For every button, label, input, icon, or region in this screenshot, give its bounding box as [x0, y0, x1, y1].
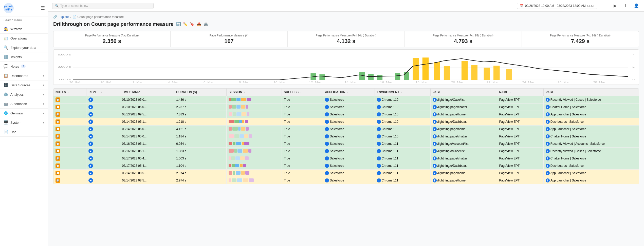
replay-icon[interactable]: ▶ — [88, 127, 93, 131]
replay-icon[interactable]: ▶ — [88, 163, 93, 168]
col-success[interactable]: SUCCESS ↕ — [282, 89, 323, 96]
replay-icon[interactable]: ▶ — [88, 134, 93, 139]
cell-notes[interactable]: 💬 — [53, 140, 86, 148]
fullscreen-button[interactable]: ⛶ — [601, 2, 608, 9]
sidebar-item-wizards[interactable]: 🧙 Wizards — [0, 24, 48, 34]
cell-session[interactable] — [227, 155, 282, 162]
sidebar-item-system[interactable]: 🖥️ System ▾ — [0, 118, 48, 127]
note-icon[interactable]: 💬 — [56, 97, 60, 102]
sidebar-item-doc[interactable]: 📄 Doc — [0, 127, 48, 137]
cell-notes[interactable]: 💬 — [53, 155, 86, 162]
col-duration[interactable]: DURATION (S) ↕ — [174, 89, 227, 96]
note-icon[interactable]: 💬 — [56, 134, 60, 139]
cell-notes[interactable]: 💬 — [53, 111, 86, 118]
refresh-icon[interactable]: 🔄 — [176, 22, 181, 27]
bookmark-icon[interactable]: 🔖 — [190, 22, 195, 27]
col-repl[interactable]: REPL... ↕ — [86, 89, 120, 96]
note-icon[interactable]: 💬 — [56, 105, 60, 109]
replay-icon[interactable]: ▶ — [88, 119, 93, 124]
breadcrumb-explore-link[interactable]: Explore — [59, 15, 69, 19]
user-button[interactable]: 👤 — [633, 2, 640, 9]
cell-notes[interactable]: 💬 — [53, 118, 86, 126]
col-timestamp[interactable]: TIMESTAMP ↕ — [120, 89, 174, 96]
cell-notes[interactable]: 💬 — [53, 177, 86, 184]
edit-icon[interactable]: ✏️ — [183, 22, 188, 27]
cell-replay[interactable]: ▶ — [86, 140, 120, 148]
cell-notes[interactable]: 💬 — [53, 104, 86, 111]
cell-session[interactable] — [227, 170, 282, 177]
cell-notes[interactable]: 💬 — [53, 162, 86, 170]
cell-notes[interactable]: 💬 — [53, 96, 86, 104]
cell-replay[interactable]: ▶ — [86, 118, 120, 126]
cell-session[interactable] — [227, 140, 282, 148]
info-button[interactable]: ℹ — [622, 2, 629, 9]
cell-replay[interactable]: ▶ — [86, 177, 120, 184]
note-icon[interactable]: 💬 — [56, 119, 60, 124]
cell-replay[interactable]: ▶ — [86, 133, 120, 140]
cell-replay[interactable]: ▶ — [86, 170, 120, 177]
replay-icon[interactable]: ▶ — [88, 112, 93, 117]
replay-icon[interactable]: ▶ — [88, 149, 93, 153]
replay-icon[interactable]: ▶ — [88, 141, 93, 146]
sidebar-item-analytics[interactable]: ⚙️ Analytics ▾ — [0, 90, 48, 99]
note-icon[interactable]: 💬 — [56, 178, 60, 183]
note-icon[interactable]: 💬 — [56, 163, 60, 168]
cell-page: i/lightning/page/home — [430, 170, 497, 177]
note-icon[interactable]: 💬 — [56, 149, 60, 153]
sidebar-item-operational[interactable]: 📊 Operational — [0, 34, 48, 43]
cell-replay[interactable]: ▶ — [86, 111, 120, 118]
note-icon[interactable]: 💬 — [56, 112, 60, 117]
cell-session[interactable] — [227, 162, 282, 170]
col-name[interactable]: NAME ↕ — [497, 89, 543, 96]
sidebar-item-notes[interactable]: 💬 Notes 3 — [0, 62, 48, 71]
cell-replay[interactable]: ▶ — [86, 162, 120, 170]
date-range-picker[interactable]: 📅 02/26/2023 12:00 AM - 03/28/2023 12:00… — [517, 3, 597, 9]
cell-session[interactable] — [227, 126, 282, 133]
cell-replay[interactable]: ▶ — [86, 148, 120, 155]
col-session[interactable]: SESSION ↕ — [227, 89, 282, 96]
cell-session[interactable] — [227, 104, 282, 111]
col-page[interactable]: PAGE ↕ — [430, 89, 497, 96]
sidebar-item-germain[interactable]: 💠 Germain ▾ — [0, 109, 48, 118]
cell-notes[interactable]: 💬 — [53, 133, 86, 140]
cell-notes[interactable]: 💬 — [53, 148, 86, 155]
cell-notes[interactable]: 💬 — [53, 170, 86, 177]
sidebar-item-insights[interactable]: ℹ️ Insights — [0, 52, 48, 62]
session-bar — [229, 112, 249, 116]
col-environment[interactable]: ENVIRONMENT ↕ — [375, 89, 430, 96]
cell-replay[interactable]: ▶ — [86, 155, 120, 162]
cell-session[interactable] — [227, 118, 282, 126]
replay-icon[interactable]: ▶ — [88, 171, 93, 175]
sidebar-item-explore[interactable]: 🔍 Explore your data — [0, 43, 48, 52]
replay-icon[interactable]: ▶ — [88, 97, 93, 102]
note-icon[interactable]: 💬 — [56, 171, 60, 175]
replay-icon[interactable]: ▶ — [88, 156, 93, 161]
global-search[interactable]: 🔍 Type or select below — [52, 3, 154, 9]
col-application[interactable]: APPLICATION ↕ — [323, 89, 375, 96]
svg-text:24: 24 — [632, 65, 635, 68]
col-notes[interactable]: NOTES ↕ — [53, 89, 86, 96]
download-icon[interactable]: 📥 — [197, 22, 201, 27]
sidebar-item-datasources[interactable]: 🗄️ Data Sources ▾ — [0, 80, 48, 90]
cell-replay[interactable]: ▶ — [86, 126, 120, 133]
cell-session[interactable] — [227, 133, 282, 140]
sidebar-item-dashboards[interactable]: 📋 Dashboards ▾ — [0, 71, 48, 80]
play-button[interactable]: ▶ — [612, 2, 619, 9]
info-icon: i — [325, 98, 329, 102]
cell-replay[interactable]: ▶ — [86, 96, 120, 104]
cell-session[interactable] — [227, 96, 282, 104]
col-page2[interactable]: PAGE ↕ — [543, 89, 639, 96]
replay-icon[interactable]: ▶ — [88, 178, 93, 183]
cell-replay[interactable]: ▶ — [86, 104, 120, 111]
note-icon[interactable]: 💬 — [56, 156, 60, 161]
print-icon[interactable]: 🖨️ — [204, 22, 208, 27]
note-icon[interactable]: 💬 — [56, 127, 60, 131]
hamburger-icon[interactable]: ☰ — [41, 5, 45, 11]
note-icon[interactable]: 💬 — [56, 141, 60, 146]
cell-session[interactable] — [227, 111, 282, 118]
cell-session[interactable] — [227, 177, 282, 184]
replay-icon[interactable]: ▶ — [88, 105, 93, 109]
cell-notes[interactable]: 💬 — [53, 126, 86, 133]
cell-session[interactable] — [227, 148, 282, 155]
sidebar-item-automation[interactable]: 🤖 Automation ▾ — [0, 99, 48, 109]
